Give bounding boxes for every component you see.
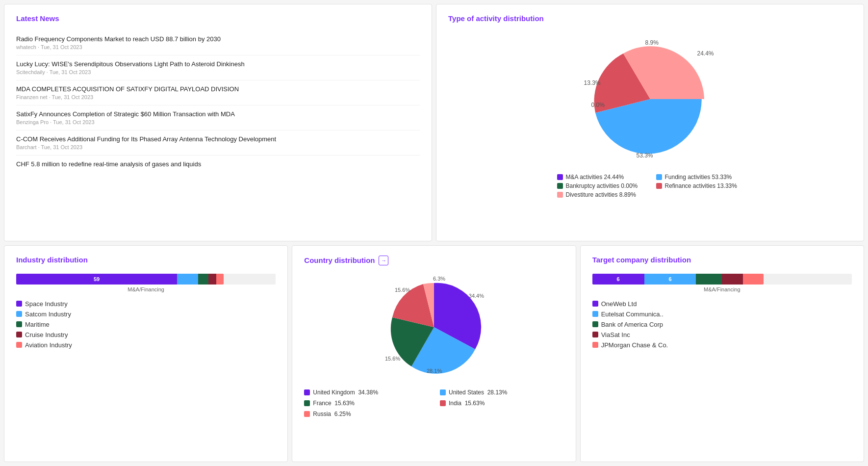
country-legend-dot xyxy=(304,400,310,406)
target-legend-dot xyxy=(592,321,598,327)
country-legend-label: India 15.63% xyxy=(449,400,485,407)
industry-legend-item: Aviation Industry xyxy=(16,341,276,349)
legend-refinance: Refinance activities 13.33% xyxy=(656,182,743,189)
industry-legend-label: Aviation Industry xyxy=(25,341,72,349)
industry-legend-item: Maritime xyxy=(16,321,276,328)
country-legend-label: France 15.63% xyxy=(313,400,355,407)
industry-legend-item: Cruise Industry xyxy=(16,331,276,338)
target-legend-label: OneWeb Ltd xyxy=(601,300,637,308)
industry-legend-dot xyxy=(16,342,22,348)
activity-panel: Type of activity distribution 8.9% 24.4%… xyxy=(436,4,864,241)
legend-funding: Funding activities 53.33% xyxy=(656,174,743,181)
activity-pie-container: 8.9% 24.4% 13.3% 0.0% 53.3% M&A activiti… xyxy=(448,30,852,198)
pie-label-bottom: 53.3% xyxy=(637,152,653,159)
country-legend-dot xyxy=(440,389,446,395)
target-legend-dot xyxy=(592,332,598,337)
country-panel: Country distribution → xyxy=(292,245,576,463)
news-item[interactable]: CHF 5.8 million to redefine real-time an… xyxy=(16,155,420,174)
industry-panel: Industry distribution 59 M&A/Financing S… xyxy=(4,245,288,463)
target-bar-track: 6 6 xyxy=(592,274,852,285)
news-meta: Benzinga Pro · Tue, 31 Oct 2023 xyxy=(16,119,420,125)
country-legend-label: United States 28.13% xyxy=(449,389,507,396)
target-legend-dot xyxy=(592,311,598,317)
target-bar-oneweb: 6 xyxy=(592,274,644,285)
country-label-topright: 34.4% xyxy=(469,293,484,299)
target-bar-jpmorgan xyxy=(743,274,764,285)
industry-title: Industry distribution xyxy=(16,256,276,264)
target-legend-item: ViaSat Inc xyxy=(592,331,852,338)
target-legend-dot xyxy=(592,342,598,348)
target-legend-item: Eutelsat Communica.. xyxy=(592,311,852,318)
industry-bar-green xyxy=(198,274,208,285)
target-bar-viasat xyxy=(722,274,742,285)
industry-bar-track: 59 xyxy=(16,274,276,285)
legend-bankruptcy-label: Bankruptcy activities 0.00% xyxy=(566,182,638,189)
country-legend-dot xyxy=(440,400,446,406)
industry-bar-label: M&A/Financing xyxy=(16,286,276,292)
legend-divestiture-dot xyxy=(557,192,563,198)
activity-pie-wrapper: 8.9% 24.4% 13.3% 0.0% 53.3% xyxy=(582,30,719,168)
country-legend-label: United Kingdom 34.38% xyxy=(313,389,378,396)
target-legend-label: JPMorgan Chase & Co. xyxy=(601,341,668,349)
legend-refinance-dot xyxy=(656,183,662,189)
industry-legend: Space IndustrySatcom IndustryMaritimeCru… xyxy=(16,300,276,349)
country-title: Country distribution xyxy=(304,256,375,264)
news-headline: SatixFy Announces Completion of Strategi… xyxy=(16,110,420,118)
industry-legend-item: Space Industry xyxy=(16,300,276,308)
industry-legend-dot xyxy=(16,321,22,327)
country-link-icon[interactable]: → xyxy=(379,256,388,265)
news-item[interactable]: Radio Frequency Components Market to rea… xyxy=(16,30,420,55)
target-legend-item: JPMorgan Chase & Co. xyxy=(592,341,852,349)
news-item[interactable]: Lucky Lucy: WISE's Serendipitous Observa… xyxy=(16,55,420,80)
news-item[interactable]: MDA COMPLETES ACQUISITION OF SATIXFY DIG… xyxy=(16,80,420,105)
industry-legend-label: Satcom Industry xyxy=(25,311,71,318)
target-legend-label: Eutelsat Communica.. xyxy=(601,311,664,318)
target-legend-label: Bank of America Corp xyxy=(601,321,663,328)
target-bar-eutelsat: 6 xyxy=(644,274,696,285)
target-legend: OneWeb LtdEutelsat Communica..Bank of Am… xyxy=(592,300,852,349)
news-panel: Latest News Radio Frequency Components M… xyxy=(4,4,432,241)
country-legend-dot xyxy=(304,389,310,395)
legend-funding-dot xyxy=(656,174,662,180)
target-bar-label: M&A/Financing xyxy=(592,286,852,292)
news-list: Radio Frequency Components Market to rea… xyxy=(16,30,420,174)
pie-label-left: 13.3% xyxy=(584,79,601,86)
news-title: Latest News xyxy=(16,14,420,23)
country-legend: United Kingdom 34.38%United States 28.13… xyxy=(304,389,563,419)
industry-bar-dark-red xyxy=(208,274,216,285)
country-pie-wrapper: 6.3% 15.6% 34.4% 15.6% 28.1% xyxy=(304,273,563,381)
news-headline: CHF 5.8 million to redefine real-time an… xyxy=(16,160,420,168)
industry-legend-label: Maritime xyxy=(25,321,50,328)
news-meta: Finanzen net · Tue, 31 Oct 2023 xyxy=(16,94,420,100)
country-label-top: 6.3% xyxy=(433,276,445,282)
legend-refinance-label: Refinance activities 13.33% xyxy=(665,182,737,189)
pie-label-top: 8.9% xyxy=(645,39,659,46)
news-meta: whatech · Tue, 31 Oct 2023 xyxy=(16,44,420,50)
target-bar-boa xyxy=(696,274,722,285)
target-panel: Target company distribution 6 6 M&A/Fina… xyxy=(580,245,864,463)
industry-bar-area: 59 M&A/Financing xyxy=(16,274,276,292)
legend-funding-label: Funding activities 53.33% xyxy=(665,174,732,181)
industry-bar-blue xyxy=(177,274,198,285)
news-item[interactable]: C-COM Receives Additional Funding for It… xyxy=(16,130,420,155)
legend-divestiture-label: Divestiture activities 8.89% xyxy=(566,191,636,198)
industry-legend-label: Space Industry xyxy=(25,300,68,308)
target-legend-item: OneWeb Ltd xyxy=(592,300,852,308)
pie-label-right: 24.4% xyxy=(697,50,714,57)
activity-legend: M&A activities 24.44% Funding activities… xyxy=(557,174,743,198)
country-label-bottom: 28.1% xyxy=(427,368,442,374)
target-bar-area: 6 6 M&A/Financing xyxy=(592,274,852,292)
news-headline: MDA COMPLETES ACQUISITION OF SATIXFY DIG… xyxy=(16,85,420,93)
industry-bar-purple: 59 xyxy=(16,274,177,285)
country-label-bottomleft: 15.6% xyxy=(385,356,400,362)
news-item[interactable]: SatixFy Announces Completion of Strategi… xyxy=(16,105,420,130)
country-legend-item: India 15.63% xyxy=(440,400,564,407)
dashboard: Latest News Radio Frequency Components M… xyxy=(0,0,868,466)
news-headline: Radio Frequency Components Market to rea… xyxy=(16,35,420,43)
industry-legend-dot xyxy=(16,311,22,317)
bottom-row: Industry distribution 59 M&A/Financing S… xyxy=(4,245,864,463)
legend-ma-label: M&A activities 24.44% xyxy=(566,174,624,181)
activity-title: Type of activity distribution xyxy=(448,14,852,23)
industry-legend-dot xyxy=(16,332,22,337)
country-label-topleft: 15.6% xyxy=(395,287,410,293)
